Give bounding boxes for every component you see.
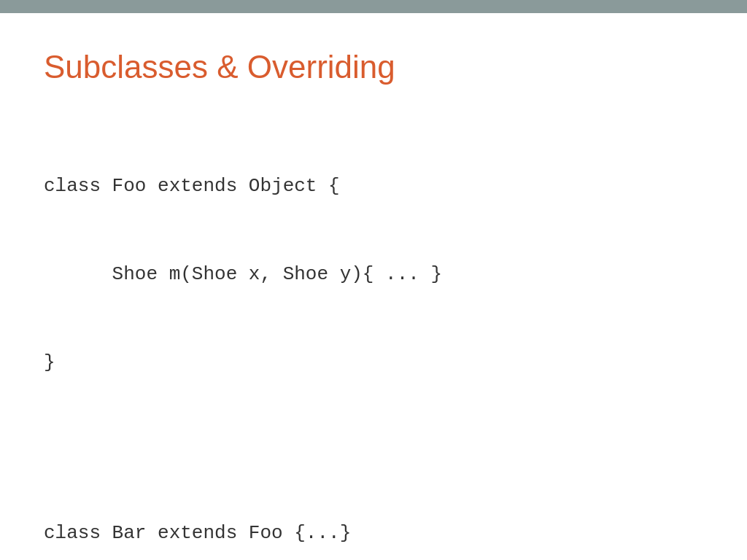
top-bar	[0, 0, 747, 13]
code-line-3: }	[44, 348, 703, 377]
code-line-1: class Foo extends Object {	[44, 171, 703, 201]
slide-container: Subclasses & Overriding class Foo extend…	[0, 13, 747, 560]
code-block-foo: class Foo extends Object { Shoe m(Shoe x…	[44, 113, 703, 436]
code-line-4: class Bar extends Foo {...}	[44, 518, 703, 548]
code-block-bar: class Bar extends Foo {...}	[44, 459, 703, 560]
slide-title: Subclasses & Overriding	[44, 48, 703, 87]
code-line-2: Shoe m(Shoe x, Shoe y){ ... }	[44, 260, 703, 289]
